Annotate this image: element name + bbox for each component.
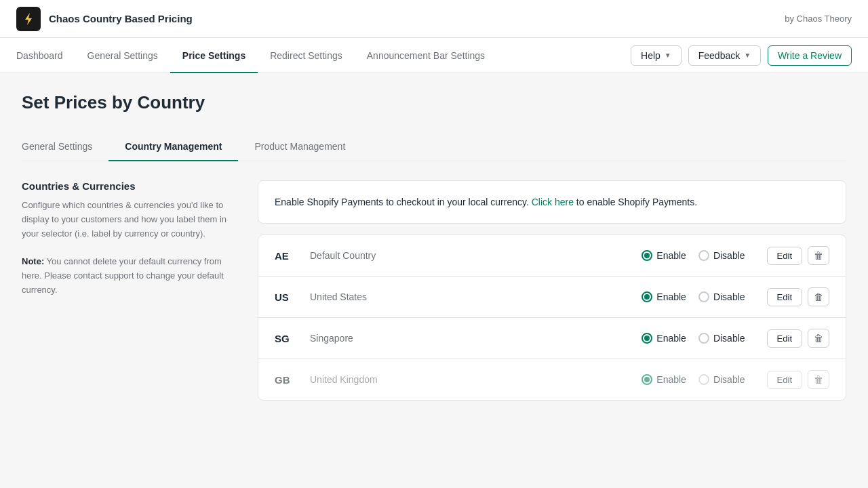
row-actions-sg: Edit 🗑 xyxy=(767,329,829,348)
disable-radio-circle-gb xyxy=(698,374,709,385)
country-name-ae: Default Country xyxy=(310,250,631,261)
edit-button-sg[interactable]: Edit xyxy=(767,329,802,348)
row-actions-ae: Edit 🗑 xyxy=(767,246,829,265)
country-code-ae: AE xyxy=(275,250,299,262)
review-label: Write a Review xyxy=(778,50,842,61)
tab-product-management[interactable]: Product Management xyxy=(238,133,361,161)
country-name-us: United States xyxy=(310,291,631,302)
radio-group-gb: Enable Disable xyxy=(642,374,745,385)
country-code-us: US xyxy=(275,291,299,303)
feedback-label: Feedback xyxy=(698,50,740,61)
enable-radio-circle-ae xyxy=(642,250,652,261)
left-panel: Countries & Currencies Configure which c… xyxy=(22,180,239,401)
info-card-text: Enable Shopify Payments to checkout in y… xyxy=(275,197,532,207)
country-code-sg: SG xyxy=(275,333,299,344)
disable-label-sg: Disable xyxy=(713,333,745,344)
help-button[interactable]: Help ▼ xyxy=(631,45,682,66)
app-title: Chaos Country Based Pricing xyxy=(49,13,193,24)
help-label: Help xyxy=(641,50,660,61)
nav-bar: Dashboard General Settings Price Setting… xyxy=(0,38,868,73)
write-review-button[interactable]: Write a Review xyxy=(768,45,852,66)
edit-button-ae[interactable]: Edit xyxy=(767,247,802,265)
disable-radio-us[interactable]: Disable xyxy=(698,291,745,302)
app-bar-left: Chaos Country Based Pricing xyxy=(16,7,193,31)
nav-links: Dashboard General Settings Price Setting… xyxy=(16,38,497,73)
tab-general-settings[interactable]: General Settings xyxy=(22,133,108,161)
table-row: AE Default Country Enable Disable E xyxy=(258,235,846,277)
radio-group-ae: Enable Disable xyxy=(642,250,745,261)
app-byline: by Chaos Theory xyxy=(785,14,852,24)
feedback-chevron-icon: ▼ xyxy=(744,52,751,59)
radio-group-sg: Enable Disable xyxy=(642,333,745,344)
enable-label-gb: Enable xyxy=(656,374,686,385)
section-description: Configure which countries & currencies y… xyxy=(22,199,239,298)
row-actions-gb: Edit 🗑 xyxy=(767,370,829,389)
enable-radio-sg[interactable]: Enable xyxy=(642,333,686,344)
info-card: Enable Shopify Payments to checkout in y… xyxy=(258,180,846,224)
country-code-gb: GB xyxy=(275,374,299,386)
disable-label-gb: Disable xyxy=(713,374,745,385)
radio-group-us: Enable Disable xyxy=(642,291,745,302)
nav-actions: Help ▼ Feedback ▼ Write a Review xyxy=(631,45,852,66)
tabs: General Settings Country Management Prod… xyxy=(22,132,846,161)
trash-icon-us: 🗑 xyxy=(814,291,823,302)
disable-radio-ae[interactable]: Disable xyxy=(698,250,745,261)
disable-radio-sg[interactable]: Disable xyxy=(698,333,745,344)
info-card-link-text: to enable Shopify Payments. xyxy=(574,197,697,207)
country-name-gb: United Kingdom xyxy=(310,374,631,385)
note-text: You cannot delete your default currency … xyxy=(22,256,224,295)
disable-label-ae: Disable xyxy=(713,250,745,261)
nav-announcement-bar-settings[interactable]: Announcement Bar Settings xyxy=(355,39,497,73)
disable-radio-circle-ae xyxy=(698,250,709,261)
enable-radio-us[interactable]: Enable xyxy=(642,291,686,302)
tab-country-management[interactable]: Country Management xyxy=(108,133,238,161)
enable-radio-circle-sg xyxy=(642,333,652,344)
content-grid: Countries & Currencies Configure which c… xyxy=(22,180,846,401)
table-row: GB United Kingdom Enable Disable Ed xyxy=(258,359,846,400)
nav-dashboard[interactable]: Dashboard xyxy=(16,39,75,73)
trash-icon-sg: 🗑 xyxy=(814,333,823,344)
enable-radio-gb[interactable]: Enable xyxy=(642,374,686,385)
delete-button-gb[interactable]: 🗑 xyxy=(808,370,829,389)
enable-radio-circle-gb xyxy=(642,374,652,385)
trash-icon-ae: 🗑 xyxy=(814,250,823,261)
delete-button-ae[interactable]: 🗑 xyxy=(808,246,829,265)
enable-label-us: Enable xyxy=(656,291,686,302)
nav-price-settings[interactable]: Price Settings xyxy=(170,39,258,73)
enable-label-sg: Enable xyxy=(656,333,686,344)
trash-icon-gb: 🗑 xyxy=(814,374,823,385)
row-actions-us: Edit 🗑 xyxy=(767,287,829,306)
country-name-sg: Singapore xyxy=(310,333,631,344)
country-list-card: AE Default Country Enable Disable E xyxy=(258,235,846,401)
feedback-button[interactable]: Feedback ▼ xyxy=(688,45,761,66)
app-bar: Chaos Country Based Pricing by Chaos The… xyxy=(0,0,868,38)
right-panel: Enable Shopify Payments to checkout in y… xyxy=(258,180,846,401)
help-chevron-icon: ▼ xyxy=(665,52,671,59)
enable-radio-ae[interactable]: Enable xyxy=(642,250,686,261)
nav-redirect-settings[interactable]: Redirect Settings xyxy=(258,39,355,73)
disable-label-us: Disable xyxy=(713,291,745,302)
edit-button-us[interactable]: Edit xyxy=(767,288,802,306)
nav-general-settings[interactable]: General Settings xyxy=(75,39,170,73)
enable-radio-circle-us xyxy=(642,291,652,302)
table-row: SG Singapore Enable Disable Edit xyxy=(258,318,846,359)
click-here-link[interactable]: Click here xyxy=(532,197,574,207)
page-title: Set Prices by Country xyxy=(22,92,846,113)
table-row: US United States Enable Disable Edi xyxy=(258,277,846,318)
disable-radio-circle-us xyxy=(698,291,709,302)
enable-label-ae: Enable xyxy=(656,250,686,261)
delete-button-us[interactable]: 🗑 xyxy=(808,287,829,306)
disable-radio-gb[interactable]: Disable xyxy=(698,374,745,385)
app-logo xyxy=(16,7,41,31)
edit-button-gb[interactable]: Edit xyxy=(767,371,802,389)
note-label: Note: xyxy=(22,256,44,266)
disable-radio-circle-sg xyxy=(698,333,709,344)
section-title: Countries & Currencies xyxy=(22,180,239,192)
delete-button-sg[interactable]: 🗑 xyxy=(808,329,829,348)
page-content: Set Prices by Country General Settings C… xyxy=(0,73,868,420)
